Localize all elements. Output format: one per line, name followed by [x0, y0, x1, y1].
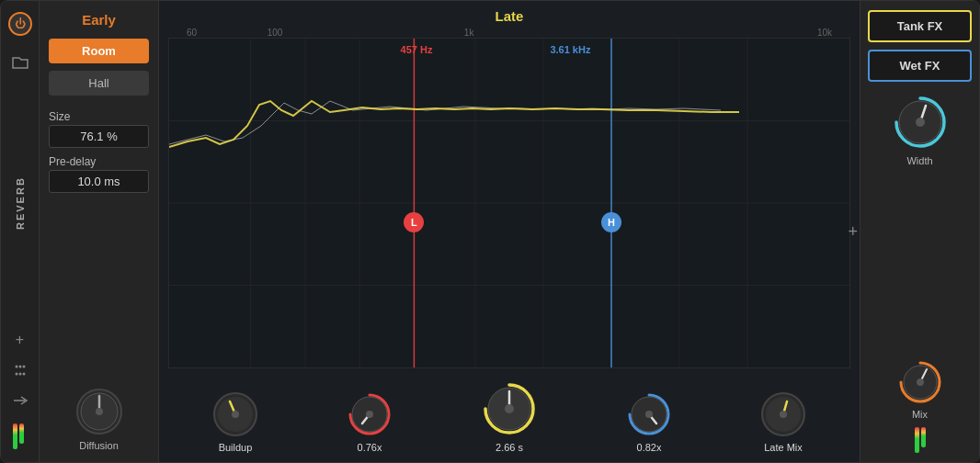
late-mix-label: Late Mix	[764, 442, 803, 453]
early-section: Early Room Hall Size 76.1 % Pre-delay 10…	[40, 1, 159, 462]
svg-point-3	[22, 373, 25, 376]
svg-point-27	[232, 411, 239, 418]
predelay-label: Pre-delay	[49, 155, 149, 168]
freq-10k: 10k	[590, 28, 841, 38]
param2-knob-unit: 0.82x	[625, 390, 673, 453]
size-label: Size	[49, 110, 149, 123]
left-sidebar: ⏻ REVERB +	[1, 1, 40, 462]
freq-axis: 60 100 1k 10k	[159, 28, 860, 38]
svg-point-4	[18, 366, 21, 368]
mix-knob[interactable]	[897, 359, 943, 405]
decay-knob[interactable]	[480, 379, 539, 438]
svg-text:457 Hz: 457 Hz	[401, 44, 433, 55]
buildup-knob[interactable]	[211, 390, 259, 438]
svg-text:3.61 kHz: 3.61 kHz	[550, 44, 591, 55]
late-title: Late	[159, 1, 860, 28]
dots-button[interactable]	[13, 363, 28, 380]
late-mix-knob-unit: Late Mix	[759, 390, 807, 453]
late-mix-knob[interactable]	[759, 390, 807, 438]
main-area: Late 60 100 1k 10k	[159, 1, 860, 462]
svg-point-0	[15, 366, 17, 368]
width-knob[interactable]	[891, 93, 950, 152]
wet-fx-button[interactable]: Wet FX	[868, 50, 972, 82]
svg-point-5	[18, 373, 21, 376]
low-eq-handle[interactable]: L	[404, 212, 424, 232]
param1-label: 0.76x	[358, 442, 382, 453]
diffusion-knob[interactable]	[74, 387, 124, 436]
svg-point-40	[780, 411, 787, 418]
high-eq-handle[interactable]: H	[601, 212, 621, 232]
decay-knob-unit: 2.66 s	[480, 379, 539, 453]
decay-label: 2.66 s	[496, 442, 523, 453]
diffusion-area: Diffusion	[49, 387, 149, 451]
plugin-container: ⏻ REVERB +	[0, 0, 980, 463]
svg-point-33	[505, 404, 514, 413]
svg-point-43	[916, 118, 925, 127]
plus-right-button[interactable]: +	[848, 222, 858, 242]
early-title: Early	[49, 12, 149, 28]
right-panel: Tank FX Wet FX Width	[860, 1, 979, 462]
buildup-label: Buildup	[219, 442, 253, 453]
param2-knob[interactable]	[625, 390, 673, 438]
folder-button[interactable]	[8, 51, 32, 74]
svg-point-8	[96, 408, 103, 415]
param1-knob[interactable]	[346, 390, 393, 438]
predelay-value[interactable]: 10.0 ms	[49, 170, 149, 193]
input-meter	[13, 423, 28, 451]
reverb-label: REVERB	[15, 89, 26, 317]
width-label: Width	[906, 155, 932, 166]
freq-100: 100	[268, 28, 348, 38]
output-meter	[868, 427, 972, 453]
tank-fx-button[interactable]: Tank FX	[868, 10, 972, 42]
arrow-button[interactable]	[13, 395, 28, 409]
hall-button[interactable]: Hall	[49, 71, 149, 96]
freq-60: 60	[177, 28, 268, 38]
param1-knob-unit: 0.76x	[346, 390, 393, 453]
buildup-knob-unit: Buildup	[211, 390, 259, 453]
knobs-row: Buildup 0.76x	[159, 372, 860, 462]
power-icon: ⏻	[15, 17, 26, 30]
eq-display: 457 Hz 3.61 kHz L H	[168, 38, 850, 368]
power-button[interactable]: ⏻	[8, 12, 32, 36]
svg-point-46	[917, 378, 924, 386]
param2-label: 0.82x	[637, 442, 662, 453]
width-knob-area: Width	[868, 93, 972, 166]
room-button[interactable]: Room	[49, 39, 149, 63]
mix-knob-area: Mix	[868, 359, 972, 420]
freq-1k: 1k	[348, 28, 590, 38]
eq-grid: 457 Hz 3.61 kHz	[169, 39, 849, 367]
svg-point-36	[645, 411, 653, 418]
size-value[interactable]: 76.1 %	[49, 125, 149, 148]
svg-point-2	[15, 373, 17, 376]
mix-label: Mix	[912, 409, 928, 420]
diffusion-label: Diffusion	[79, 440, 119, 451]
svg-point-1	[22, 366, 25, 368]
svg-point-30	[366, 411, 373, 418]
add-left-button[interactable]: +	[16, 332, 24, 348]
